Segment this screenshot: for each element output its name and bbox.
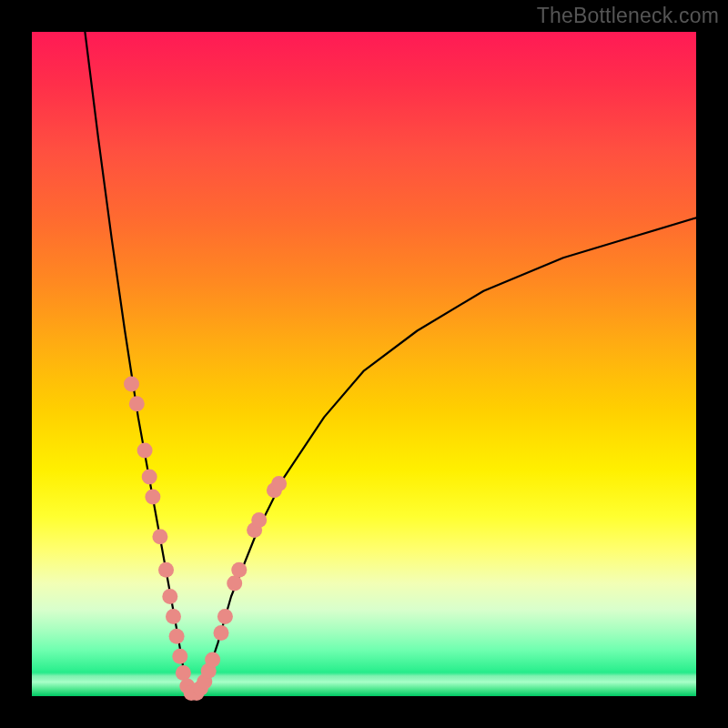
highlight-dot bbox=[172, 649, 187, 664]
chart-svg bbox=[32, 32, 696, 696]
highlight-dot bbox=[152, 529, 167, 544]
highlight-dot bbox=[227, 575, 242, 591]
highlight-dot bbox=[271, 476, 287, 491]
highlight-dot bbox=[124, 376, 139, 391]
highlight-dot bbox=[214, 625, 229, 641]
plot-area bbox=[32, 32, 696, 696]
highlight-dot bbox=[129, 396, 145, 411]
highlight-dot bbox=[176, 665, 191, 681]
highlight-dot bbox=[169, 629, 185, 644]
highlight-dots bbox=[124, 376, 287, 701]
chart-frame: TheBottleneck.com bbox=[0, 0, 728, 728]
highlight-dot bbox=[142, 470, 157, 485]
highlight-dot bbox=[231, 562, 247, 578]
highlight-dot bbox=[162, 589, 177, 604]
highlight-dot bbox=[205, 652, 220, 667]
highlight-dot bbox=[145, 490, 160, 505]
highlight-dot bbox=[166, 609, 181, 624]
highlight-dot bbox=[137, 442, 153, 458]
highlight-dot bbox=[251, 512, 267, 528]
watermark-label: TheBottleneck.com bbox=[537, 4, 719, 28]
highlight-dot bbox=[158, 562, 174, 578]
highlight-dot bbox=[217, 609, 233, 624]
